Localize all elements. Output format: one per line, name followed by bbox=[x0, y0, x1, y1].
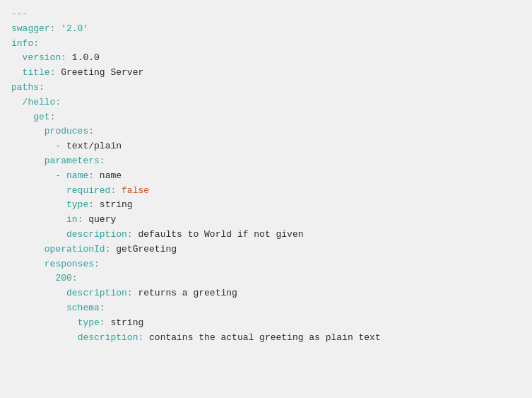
code-line: 200: bbox=[11, 271, 521, 286]
code-line: swagger: '2.0' bbox=[11, 22, 521, 37]
code-line: - name: name bbox=[11, 169, 521, 184]
code-line: description: contains the actual greetin… bbox=[11, 331, 521, 346]
code-line: info: bbox=[11, 37, 521, 52]
code-line: type: string bbox=[11, 316, 521, 331]
code-line: get: bbox=[11, 110, 521, 125]
code-line: /hello: bbox=[11, 95, 521, 110]
code-line: produces: bbox=[11, 124, 521, 139]
code-line: responses: bbox=[11, 257, 521, 272]
code-line: title: Greeting Server bbox=[11, 66, 521, 81]
code-line: description: returns a greeting bbox=[11, 286, 521, 301]
code-line: --- bbox=[11, 7, 521, 22]
code-line: description: defaults to World if not gi… bbox=[11, 228, 521, 242]
code-line: - text/plain bbox=[11, 139, 521, 154]
code-line: schema: bbox=[11, 301, 521, 316]
code-line: type: string bbox=[11, 198, 521, 213]
code-line: in: query bbox=[11, 213, 521, 228]
code-line: required: false bbox=[11, 184, 521, 199]
code-editor: ---swagger: '2.0'info: version: 1.0.0 ti… bbox=[0, 0, 532, 398]
code-line: version: 1.0.0 bbox=[11, 51, 521, 66]
code-line: paths: bbox=[11, 81, 521, 95]
code-line: operationId: getGreeting bbox=[11, 242, 521, 257]
code-line: parameters: bbox=[11, 154, 521, 169]
